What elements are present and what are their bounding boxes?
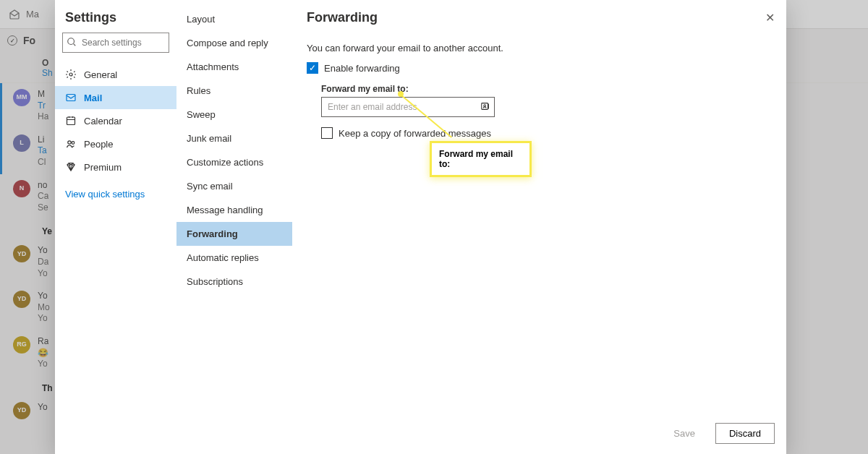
callout-highlight: Forward my email to:: [430, 141, 532, 177]
pane-title: Forwarding: [307, 10, 378, 25]
subnav-rules[interactable]: Rules: [176, 79, 292, 103]
svg-rect-2: [67, 95, 75, 101]
settings-pane: Forwarding ✕ You can forward your email …: [292, 0, 786, 454]
contacts-picker-icon[interactable]: [480, 101, 490, 111]
search-input[interactable]: [62, 33, 169, 53]
settings-title: Settings: [55, 6, 176, 33]
settings-modal: Settings GeneralMailCalendarPeoplePremiu…: [55, 0, 786, 454]
svg-point-5: [72, 142, 75, 145]
nav-label: General: [84, 69, 117, 80]
keep-copy-checkbox[interactable]: [321, 127, 333, 139]
nav-label: Calendar: [84, 116, 122, 127]
nav-item-calendar[interactable]: Calendar: [55, 109, 176, 132]
subnav-layout[interactable]: Layout: [176, 7, 292, 31]
subnav-message-handling[interactable]: Message handling: [176, 198, 292, 222]
subnav-attachments[interactable]: Attachments: [176, 55, 292, 79]
nav-label: People: [84, 139, 113, 150]
keep-copy-label: Keep a copy of forwarded messages: [339, 128, 491, 139]
enable-forwarding-label: Enable forwarding: [324, 63, 400, 74]
callout-line: [401, 94, 401, 95]
nav-label: Mail: [84, 93, 102, 103]
diamond-icon: [65, 161, 77, 173]
save-button: Save: [660, 423, 708, 444]
subnav-subscriptions[interactable]: Subscriptions: [176, 270, 292, 294]
subnav-sync-email[interactable]: Sync email: [176, 174, 292, 198]
enable-forwarding-checkbox[interactable]: ✓: [307, 62, 318, 74]
svg-point-0: [68, 38, 75, 45]
pane-desc: You can forward your email to another ac…: [307, 43, 772, 53]
forward-to-label: Forward my email to:: [321, 84, 772, 94]
close-icon[interactable]: ✕: [765, 11, 775, 25]
subnav-sweep[interactable]: Sweep: [176, 103, 292, 127]
subnav-automatic-replies[interactable]: Automatic replies: [176, 246, 292, 270]
settings-search[interactable]: [62, 33, 169, 53]
nav-item-premium[interactable]: Premium: [55, 155, 176, 179]
subnav-compose-and-reply[interactable]: Compose and reply: [176, 31, 292, 55]
svg-point-1: [69, 73, 72, 76]
nav-item-mail[interactable]: Mail: [55, 86, 176, 109]
calendar-icon: [65, 115, 77, 127]
discard-button[interactable]: Discard: [715, 423, 775, 444]
subnav-customize-actions[interactable]: Customize actions: [176, 150, 292, 174]
svg-point-4: [68, 141, 71, 144]
gear-icon: [65, 69, 77, 80]
subnav-forwarding[interactable]: Forwarding: [176, 222, 292, 246]
search-icon: [67, 37, 77, 47]
view-quick-settings[interactable]: View quick settings: [55, 179, 176, 210]
mail-icon: [65, 92, 77, 103]
nav-label: Premium: [84, 162, 122, 173]
subnav-junk-email[interactable]: Junk email: [176, 127, 292, 150]
people-icon: [65, 138, 77, 150]
nav-item-people[interactable]: People: [55, 132, 176, 155]
mail-subnav: LayoutCompose and replyAttachmentsRulesS…: [176, 0, 292, 454]
svg-rect-3: [67, 117, 75, 125]
svg-point-7: [484, 105, 486, 107]
nav-item-general[interactable]: General: [55, 63, 176, 86]
settings-sidebar: Settings GeneralMailCalendarPeoplePremiu…: [55, 0, 176, 454]
